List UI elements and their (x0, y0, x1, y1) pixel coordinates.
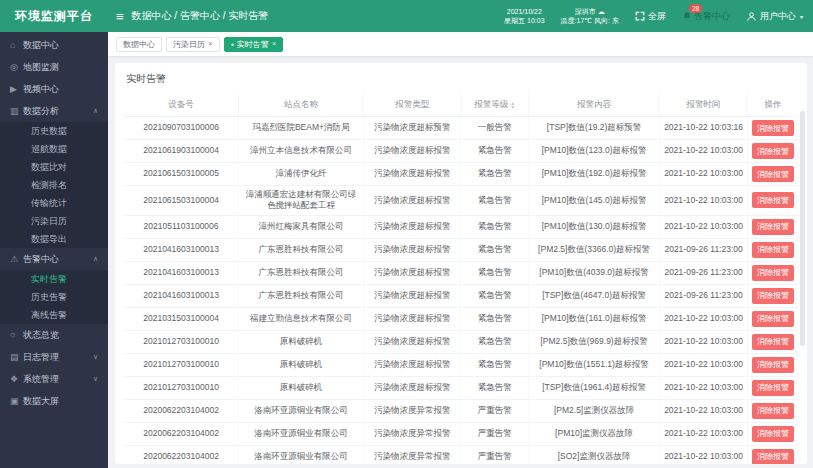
sidebar-submenu: 实时告警历史告警离线告警 (0, 270, 108, 324)
table-row: 2021012703100010原料破碎机污染物浓度超标报警紧急告警[PM2.5… (124, 330, 798, 353)
sidebar-subitem[interactable]: 数据导出 (0, 230, 108, 248)
sidebar-subitem[interactable]: 离线告警 (0, 306, 108, 324)
table-row: 2021041603100013广东恩胜科技有限公司污染物浓度超标报警紧急告警[… (124, 261, 798, 284)
sidebar-item-label: 数据大屏 (23, 395, 98, 408)
time-text: 星期五 10:03 (504, 16, 544, 25)
sidebar-item-map-monitor[interactable]: ◎地图监测 (0, 56, 108, 78)
station-name: 漳州立本信息技术有限公司 (239, 140, 364, 163)
sidebar-subitem[interactable]: 检测排名 (0, 176, 108, 194)
video-icon: ▶ (10, 84, 23, 94)
table-row: 2021061903100004漳州立本信息技术有限公司污染物浓度超标报警紧急告… (124, 140, 798, 163)
column-header-label: 报警类型 (395, 99, 429, 109)
alarm-level: 紧急告警 (461, 376, 528, 399)
table-row: 2020062203104002洛南环亚源铜业有限公司污染物浓度异常报警严重告警… (124, 445, 798, 464)
device-number: 2021051103100006 (124, 215, 239, 238)
sidebar-item-alert-center[interactable]: ⚠告警中心∧ (0, 248, 108, 270)
row-actions: 消除报警 (747, 376, 798, 399)
alarm-type: 污染物浓度超标报警 (363, 307, 461, 330)
tab[interactable]: 数据中心 (116, 37, 162, 52)
home-icon: ⌂ (10, 40, 23, 50)
tab[interactable]: ●实时告警× (224, 37, 284, 52)
sidebar-item-data-analysis[interactable]: ▥数据分析∧ (0, 100, 108, 122)
sidebar-submenu: 历史数据巡航数据数据比对检测排名传输统计污染日历数据导出 (0, 122, 108, 248)
sidebar-item-video-center[interactable]: ▶视频中心 (0, 78, 108, 100)
clear-alarm-button[interactable]: 消除报警 (752, 403, 794, 419)
sidebar-subitem[interactable]: 历史数据 (0, 122, 108, 140)
column-header: 报警时间 (660, 94, 748, 117)
sidebar-subitem[interactable]: 污染日历 (0, 212, 108, 230)
alarm-time: 2021-09-26 11:23:00 (660, 261, 748, 284)
column-header: 报警类型 (363, 94, 461, 117)
alarm-time: 2021-10-22 10:03:00 (660, 186, 748, 216)
sidebar-item-label: 日志管理 (23, 351, 93, 364)
user-icon (746, 11, 757, 22)
sidebar-subitem[interactable]: 历史告警 (0, 288, 108, 306)
menu-toggle-icon[interactable]: ≡ (116, 9, 124, 24)
sidebar-item-data-screen[interactable]: ▣数据大屏 (0, 390, 108, 412)
station-name: 漳浦传伊化纤 (239, 163, 364, 186)
sidebar-item-label: 地图监测 (23, 61, 98, 74)
close-icon[interactable]: × (272, 40, 277, 48)
sidebar-item-log-manage[interactable]: ▤日志管理∨ (0, 346, 108, 368)
clear-alarm-button[interactable]: 消除报警 (752, 311, 794, 327)
column-header-label: 站点名称 (284, 99, 318, 109)
alert-table: 设备号站点名称报警类型报警等级▲▼报警内容报警时间操作 202109070310… (124, 94, 798, 464)
station-name: 广东恩胜科技有限公司 (239, 261, 364, 284)
gear-icon: ❖ (10, 374, 23, 384)
alarm-type: 污染物浓度超标报警 (363, 163, 461, 186)
clear-alarm-button[interactable]: 消除报警 (752, 166, 794, 182)
alarm-content: [PM10]数值(145.0)超标报警 (528, 186, 659, 216)
status-circle-icon: ○ (10, 330, 23, 340)
clear-alarm-button[interactable]: 消除报警 (752, 449, 794, 464)
row-actions: 消除报警 (747, 140, 798, 163)
clear-alarm-button[interactable]: 消除报警 (752, 219, 794, 235)
fullscreen-button[interactable]: 全屏 (635, 10, 666, 23)
alarm-type: 污染物浓度异常报警 (363, 399, 461, 422)
clear-alarm-button[interactable]: 消除报警 (752, 426, 794, 442)
row-actions: 消除报警 (747, 307, 798, 330)
device-number: 2021012703100010 (124, 330, 239, 353)
row-actions: 消除报警 (747, 117, 798, 140)
tab-label: 污染日历 (173, 39, 205, 50)
station-name: 漳浦顺通宏达建材有限公司绿色搅拌站配套工程 (239, 186, 364, 216)
user-menu[interactable]: 用户中心 ▾ (746, 10, 803, 23)
sidebar-item-system-manage[interactable]: ❖系统管理∨ (0, 368, 108, 390)
alarm-content: [TSP]数值(4647.0)超标报警 (528, 284, 659, 307)
table-row: 2021031503100004福建立勤信息技术有限公司污染物浓度超标报警紧急告… (124, 307, 798, 330)
device-number: 2020062203104002 (124, 445, 239, 464)
sidebar-subitem[interactable]: 实时告警 (0, 270, 108, 288)
active-dot-icon: ● (231, 42, 234, 47)
sort-icon[interactable]: ▲▼ (510, 101, 515, 109)
alert-center-button[interactable]: 告警中心 28 (682, 10, 730, 23)
sidebar-subitem[interactable]: 传输统计 (0, 194, 108, 212)
clear-alarm-button[interactable]: 消除报警 (752, 192, 794, 208)
clear-alarm-button[interactable]: 消除报警 (752, 288, 794, 304)
column-header: 报警等级▲▼ (461, 94, 528, 117)
column-header-label: 操作 (764, 99, 781, 109)
top-bar: ≡ 数据中心 / 告警中心 / 实时告警 2021/10/22 星期五 10:0… (108, 0, 813, 32)
alarm-content: [PM10]数值(4039.0)超标报警 (528, 261, 659, 284)
fullscreen-label: 全屏 (648, 10, 666, 23)
clear-alarm-button[interactable]: 消除报警 (752, 143, 794, 159)
clear-alarm-button[interactable]: 消除报警 (752, 242, 794, 258)
table-header-row: 设备号站点名称报警类型报警等级▲▼报警内容报警时间操作 (124, 94, 798, 117)
chevron-up-icon: ∧ (93, 255, 98, 263)
sidebar-subitem[interactable]: 数据比对 (0, 158, 108, 176)
clear-alarm-button[interactable]: 消除报警 (752, 120, 794, 136)
sidebar-item-status-overview[interactable]: ○状态总览 (0, 324, 108, 346)
device-number: 2021031503100004 (124, 307, 239, 330)
table-scrollbar[interactable] (800, 111, 805, 346)
sidebar-subitem[interactable]: 巡航数据 (0, 140, 108, 158)
clear-alarm-button[interactable]: 消除报警 (752, 265, 794, 281)
sidebar-item-data-center[interactable]: ⌂数据中心 (0, 34, 108, 56)
alarm-level: 紧急告警 (461, 140, 528, 163)
alarm-time: 2021-10-22 10:03:00 (660, 399, 748, 422)
alarm-time: 2021-10-22 10:03:00 (660, 445, 748, 464)
tab[interactable]: 污染日历× (166, 37, 220, 52)
close-icon[interactable]: × (208, 40, 213, 48)
column-header-label: 报警内容 (577, 99, 611, 109)
clear-alarm-button[interactable]: 消除报警 (752, 334, 794, 350)
clear-alarm-button[interactable]: 消除报警 (752, 357, 794, 373)
clear-alarm-button[interactable]: 消除报警 (752, 380, 794, 396)
row-actions: 消除报警 (747, 445, 798, 464)
